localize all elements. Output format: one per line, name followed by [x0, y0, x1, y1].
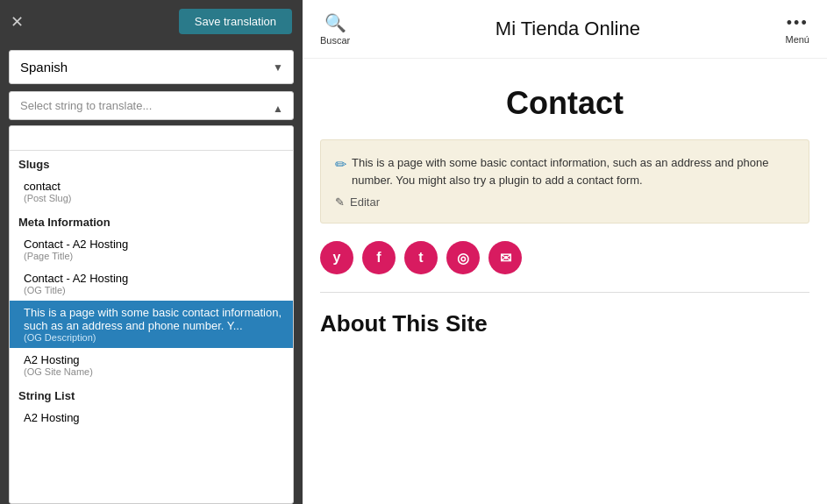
string-select[interactable]: Select string to translate...	[9, 91, 294, 120]
language-select[interactable]: Spanish French German Portuguese	[9, 50, 294, 84]
section-header-slugs: Slugs	[10, 151, 293, 174]
item-title: A2 Hosting	[24, 353, 284, 366]
language-select-wrapper: Spanish French German Portuguese ▼	[0, 43, 303, 91]
list-item[interactable]: A2 Hosting (OG Site Name)	[10, 348, 293, 382]
dropdown-panel: Slugs contact (Post Slug) Meta Informati…	[9, 125, 294, 504]
about-heading: About This Site	[320, 292, 809, 337]
instagram-icon[interactable]: ◎	[446, 241, 480, 274]
info-text: ✏ This is a page with some basic contact…	[335, 154, 795, 188]
dropdown-list: Slugs contact (Post Slug) Meta Informati…	[10, 151, 293, 503]
item-sub: (Post Slug)	[24, 193, 284, 203]
list-item[interactable]: A2 Hosting	[10, 406, 293, 429]
string-select-wrapper: Select string to translate... ▲	[0, 91, 303, 125]
menu-area[interactable]: ••• Menú	[785, 14, 809, 45]
yelp-icon[interactable]: y	[320, 241, 353, 274]
menu-label: Menú	[785, 34, 809, 45]
close-icon[interactable]: ✕	[11, 12, 24, 32]
facebook-icon[interactable]: f	[362, 241, 396, 274]
search-area[interactable]: 🔍 Buscar	[320, 12, 350, 46]
list-item[interactable]: Contact - A2 Hosting (OG Title)	[10, 266, 293, 301]
list-item[interactable]: contact (Post Slug)	[10, 174, 293, 209]
item-sub: (OG Title)	[24, 285, 284, 295]
item-title: contact	[24, 180, 284, 193]
item-title: Contact - A2 Hosting	[24, 272, 284, 285]
info-text-content: This is a page with some basic contact i…	[352, 154, 795, 188]
twitter-icon[interactable]: t	[404, 241, 438, 274]
edit-icon: ✎	[335, 195, 345, 209]
item-title: Contact - A2 Hosting	[24, 238, 284, 251]
search-icon: 🔍	[324, 12, 346, 33]
translation-panel: ✕ Save translation Spanish French German…	[0, 0, 303, 504]
page-heading: Contact	[320, 59, 809, 139]
item-sub: (OG Description)	[24, 332, 284, 343]
site-header: 🔍 Buscar Mi Tienda Online ••• Menú	[303, 0, 827, 59]
list-item-selected[interactable]: This is a page with some basic contact i…	[10, 301, 293, 348]
item-sub: (OG Site Name)	[24, 366, 284, 377]
item-title: A2 Hosting	[24, 411, 284, 424]
buscar-label: Buscar	[320, 35, 350, 46]
info-box: ✏ This is a page with some basic contact…	[320, 139, 809, 224]
pencil-icon: ✏	[335, 154, 346, 188]
email-icon[interactable]: ✉	[488, 241, 522, 274]
site-title: Mi Tienda Online	[495, 18, 640, 40]
edit-label: Editar	[350, 195, 380, 209]
page-content: Contact ✏ This is a page with some basic…	[303, 59, 827, 504]
list-item[interactable]: Contact - A2 Hosting (Page Title)	[10, 232, 293, 266]
item-title: This is a page with some basic contact i…	[24, 306, 284, 332]
edit-wrapper[interactable]: ✎ Editar	[335, 195, 795, 209]
top-bar: ✕ Save translation	[0, 0, 303, 43]
section-header-meta: Meta Information	[10, 209, 293, 232]
search-input[interactable]	[10, 126, 293, 151]
item-sub: (Page Title)	[24, 251, 284, 261]
section-header-stringlist: String List	[10, 382, 293, 406]
save-translation-button[interactable]: Save translation	[179, 9, 292, 34]
social-icons: y f t ◎ ✉	[320, 241, 809, 274]
menu-dots-icon: •••	[787, 14, 809, 32]
site-preview-panel: 🔍 Buscar Mi Tienda Online ••• Menú Conta…	[303, 0, 827, 504]
